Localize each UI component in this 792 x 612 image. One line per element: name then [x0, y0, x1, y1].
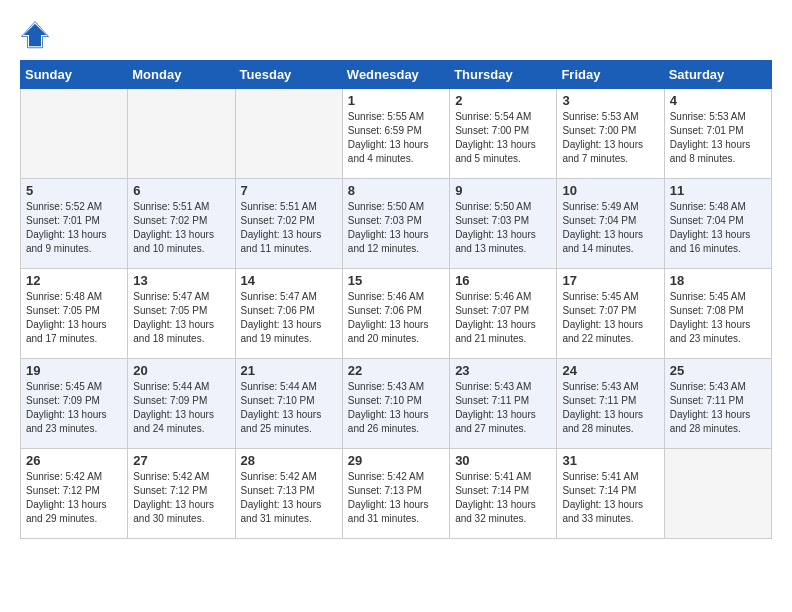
calendar-day-cell: 19Sunrise: 5:45 AMSunset: 7:09 PMDayligh… [21, 359, 128, 449]
day-number: 18 [670, 273, 766, 288]
day-info: Sunrise: 5:46 AMSunset: 7:07 PMDaylight:… [455, 290, 551, 346]
calendar-week-row: 1Sunrise: 5:55 AMSunset: 6:59 PMDaylight… [21, 89, 772, 179]
calendar-day-cell [664, 449, 771, 539]
calendar-day-cell: 28Sunrise: 5:42 AMSunset: 7:13 PMDayligh… [235, 449, 342, 539]
calendar-day-cell: 17Sunrise: 5:45 AMSunset: 7:07 PMDayligh… [557, 269, 664, 359]
calendar-day-cell: 23Sunrise: 5:43 AMSunset: 7:11 PMDayligh… [450, 359, 557, 449]
day-number: 17 [562, 273, 658, 288]
day-number: 7 [241, 183, 337, 198]
day-info: Sunrise: 5:44 AMSunset: 7:09 PMDaylight:… [133, 380, 229, 436]
day-number: 11 [670, 183, 766, 198]
day-info: Sunrise: 5:44 AMSunset: 7:10 PMDaylight:… [241, 380, 337, 436]
day-info: Sunrise: 5:42 AMSunset: 7:13 PMDaylight:… [241, 470, 337, 526]
day-number: 10 [562, 183, 658, 198]
day-info: Sunrise: 5:47 AMSunset: 7:06 PMDaylight:… [241, 290, 337, 346]
calendar-day-cell: 16Sunrise: 5:46 AMSunset: 7:07 PMDayligh… [450, 269, 557, 359]
calendar-day-cell: 26Sunrise: 5:42 AMSunset: 7:12 PMDayligh… [21, 449, 128, 539]
calendar-day-cell: 12Sunrise: 5:48 AMSunset: 7:05 PMDayligh… [21, 269, 128, 359]
day-info: Sunrise: 5:47 AMSunset: 7:05 PMDaylight:… [133, 290, 229, 346]
day-info: Sunrise: 5:46 AMSunset: 7:06 PMDaylight:… [348, 290, 444, 346]
day-number: 29 [348, 453, 444, 468]
day-number: 31 [562, 453, 658, 468]
calendar-day-cell: 29Sunrise: 5:42 AMSunset: 7:13 PMDayligh… [342, 449, 449, 539]
day-number: 19 [26, 363, 122, 378]
calendar-day-cell: 9Sunrise: 5:50 AMSunset: 7:03 PMDaylight… [450, 179, 557, 269]
day-number: 28 [241, 453, 337, 468]
calendar-day-cell [21, 89, 128, 179]
day-number: 27 [133, 453, 229, 468]
calendar-day-cell: 21Sunrise: 5:44 AMSunset: 7:10 PMDayligh… [235, 359, 342, 449]
day-info: Sunrise: 5:55 AMSunset: 6:59 PMDaylight:… [348, 110, 444, 166]
calendar-week-row: 19Sunrise: 5:45 AMSunset: 7:09 PMDayligh… [21, 359, 772, 449]
day-info: Sunrise: 5:53 AMSunset: 7:01 PMDaylight:… [670, 110, 766, 166]
calendar-day-cell: 22Sunrise: 5:43 AMSunset: 7:10 PMDayligh… [342, 359, 449, 449]
day-info: Sunrise: 5:45 AMSunset: 7:08 PMDaylight:… [670, 290, 766, 346]
weekday-header: Tuesday [235, 61, 342, 89]
calendar-header-row: SundayMondayTuesdayWednesdayThursdayFrid… [21, 61, 772, 89]
weekday-header: Monday [128, 61, 235, 89]
day-number: 2 [455, 93, 551, 108]
calendar-day-cell [128, 89, 235, 179]
day-number: 26 [26, 453, 122, 468]
day-number: 6 [133, 183, 229, 198]
day-number: 23 [455, 363, 551, 378]
weekday-header: Wednesday [342, 61, 449, 89]
calendar-day-cell: 13Sunrise: 5:47 AMSunset: 7:05 PMDayligh… [128, 269, 235, 359]
day-info: Sunrise: 5:43 AMSunset: 7:11 PMDaylight:… [455, 380, 551, 436]
day-number: 1 [348, 93, 444, 108]
page-header [20, 20, 772, 50]
day-info: Sunrise: 5:49 AMSunset: 7:04 PMDaylight:… [562, 200, 658, 256]
day-info: Sunrise: 5:45 AMSunset: 7:07 PMDaylight:… [562, 290, 658, 346]
day-number: 14 [241, 273, 337, 288]
logo [20, 20, 54, 50]
day-info: Sunrise: 5:50 AMSunset: 7:03 PMDaylight:… [348, 200, 444, 256]
calendar-day-cell: 27Sunrise: 5:42 AMSunset: 7:12 PMDayligh… [128, 449, 235, 539]
day-info: Sunrise: 5:53 AMSunset: 7:00 PMDaylight:… [562, 110, 658, 166]
day-info: Sunrise: 5:51 AMSunset: 7:02 PMDaylight:… [133, 200, 229, 256]
calendar-day-cell: 8Sunrise: 5:50 AMSunset: 7:03 PMDaylight… [342, 179, 449, 269]
calendar-day-cell: 14Sunrise: 5:47 AMSunset: 7:06 PMDayligh… [235, 269, 342, 359]
weekday-header: Friday [557, 61, 664, 89]
day-info: Sunrise: 5:43 AMSunset: 7:10 PMDaylight:… [348, 380, 444, 436]
calendar-day-cell: 5Sunrise: 5:52 AMSunset: 7:01 PMDaylight… [21, 179, 128, 269]
day-info: Sunrise: 5:43 AMSunset: 7:11 PMDaylight:… [562, 380, 658, 436]
weekday-header: Saturday [664, 61, 771, 89]
day-info: Sunrise: 5:41 AMSunset: 7:14 PMDaylight:… [562, 470, 658, 526]
day-info: Sunrise: 5:42 AMSunset: 7:12 PMDaylight:… [133, 470, 229, 526]
calendar-day-cell: 31Sunrise: 5:41 AMSunset: 7:14 PMDayligh… [557, 449, 664, 539]
calendar-day-cell: 18Sunrise: 5:45 AMSunset: 7:08 PMDayligh… [664, 269, 771, 359]
calendar-body: 1Sunrise: 5:55 AMSunset: 6:59 PMDaylight… [21, 89, 772, 539]
day-info: Sunrise: 5:43 AMSunset: 7:11 PMDaylight:… [670, 380, 766, 436]
day-info: Sunrise: 5:41 AMSunset: 7:14 PMDaylight:… [455, 470, 551, 526]
day-number: 20 [133, 363, 229, 378]
calendar-day-cell: 10Sunrise: 5:49 AMSunset: 7:04 PMDayligh… [557, 179, 664, 269]
day-info: Sunrise: 5:54 AMSunset: 7:00 PMDaylight:… [455, 110, 551, 166]
day-info: Sunrise: 5:45 AMSunset: 7:09 PMDaylight:… [26, 380, 122, 436]
day-info: Sunrise: 5:48 AMSunset: 7:04 PMDaylight:… [670, 200, 766, 256]
calendar-table: SundayMondayTuesdayWednesdayThursdayFrid… [20, 60, 772, 539]
calendar-day-cell: 7Sunrise: 5:51 AMSunset: 7:02 PMDaylight… [235, 179, 342, 269]
calendar-day-cell: 6Sunrise: 5:51 AMSunset: 7:02 PMDaylight… [128, 179, 235, 269]
day-number: 22 [348, 363, 444, 378]
day-number: 12 [26, 273, 122, 288]
calendar-day-cell: 20Sunrise: 5:44 AMSunset: 7:09 PMDayligh… [128, 359, 235, 449]
weekday-header: Thursday [450, 61, 557, 89]
calendar-day-cell: 4Sunrise: 5:53 AMSunset: 7:01 PMDaylight… [664, 89, 771, 179]
day-number: 8 [348, 183, 444, 198]
day-number: 4 [670, 93, 766, 108]
day-number: 13 [133, 273, 229, 288]
day-number: 3 [562, 93, 658, 108]
day-number: 24 [562, 363, 658, 378]
day-info: Sunrise: 5:52 AMSunset: 7:01 PMDaylight:… [26, 200, 122, 256]
day-number: 16 [455, 273, 551, 288]
day-info: Sunrise: 5:51 AMSunset: 7:02 PMDaylight:… [241, 200, 337, 256]
day-info: Sunrise: 5:42 AMSunset: 7:12 PMDaylight:… [26, 470, 122, 526]
day-number: 9 [455, 183, 551, 198]
calendar-week-row: 26Sunrise: 5:42 AMSunset: 7:12 PMDayligh… [21, 449, 772, 539]
calendar-day-cell: 11Sunrise: 5:48 AMSunset: 7:04 PMDayligh… [664, 179, 771, 269]
weekday-header: Sunday [21, 61, 128, 89]
day-number: 5 [26, 183, 122, 198]
day-number: 21 [241, 363, 337, 378]
day-number: 15 [348, 273, 444, 288]
calendar-day-cell: 24Sunrise: 5:43 AMSunset: 7:11 PMDayligh… [557, 359, 664, 449]
